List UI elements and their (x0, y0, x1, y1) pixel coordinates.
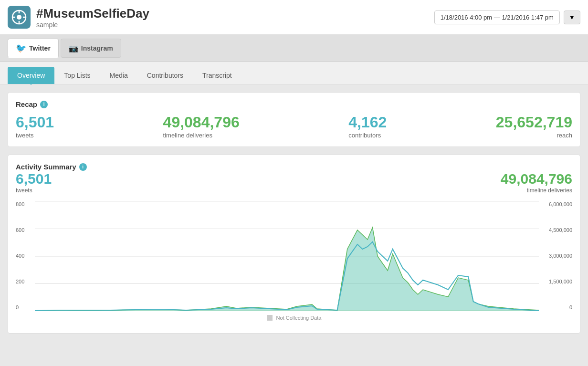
activity-stats: 6,501 tweets 49,084,796 timeline deliver… (16, 171, 572, 194)
activity-tweets-value: 6,501 (16, 171, 52, 187)
y-left-800: 800 (16, 201, 32, 207)
tab-top-lists[interactable]: Top Lists (54, 67, 100, 84)
contributors-label: contributors (348, 132, 387, 139)
activity-summary-title: Activity Summary i (16, 163, 572, 171)
page-title: #MuseumSelfieDay (36, 6, 149, 21)
deliveries-area (35, 228, 539, 311)
header-right: 1/18/2016 4:00 pm — 1/21/2016 1:47 pm ▼ (434, 10, 580, 24)
y-right-45m: 4,500,000 (541, 227, 572, 233)
legend-box (267, 315, 273, 321)
chart-svg (35, 201, 539, 311)
recap-title: Recap i (16, 100, 572, 108)
main-content: Recap i 6,501 tweets 49,084,796 timeline… (0, 84, 588, 349)
stat-reach: 25,652,719 reach (496, 114, 572, 139)
stat-tweets: 6,501 tweets (16, 114, 54, 139)
tab-twitter[interactable]: 🐦 Twitter (8, 39, 59, 58)
tweets-value: 6,501 (16, 114, 54, 131)
twitter-icon: 🐦 (16, 43, 26, 53)
platform-tabs: 🐦 Twitter 📷 Instagram (0, 35, 588, 62)
contributors-value: 4,162 (348, 114, 387, 131)
tweets-label: tweets (16, 132, 54, 139)
activity-chart: 800 600 400 200 0 6,000,000 4,500,000 3,… (16, 201, 572, 325)
y-right-15m: 1,500,000 (541, 279, 572, 284)
recap-info-icon[interactable]: i (40, 101, 48, 108)
recap-card: Recap i 6,501 tweets 49,084,796 timeline… (8, 92, 580, 147)
header-left: #MuseumSelfieDay sample (8, 6, 149, 29)
tab-contributors[interactable]: Contributors (137, 67, 193, 84)
deliveries-value: 49,084,796 (163, 114, 240, 131)
y-left-200: 200 (16, 279, 32, 284)
y-left-400: 400 (16, 253, 32, 259)
activity-deliveries: 49,084,796 timeline deliveries (501, 171, 572, 194)
tab-overview[interactable]: Overview (8, 67, 54, 84)
y-right-0: 0 (541, 304, 572, 310)
page-subtitle: sample (36, 21, 149, 29)
activity-info-icon[interactable]: i (79, 163, 87, 171)
chart-legend: Not Collecting Data (16, 315, 572, 321)
y-left-0: 0 (16, 304, 32, 310)
legend-label: Not Collecting Data (276, 315, 322, 321)
activity-tweets: 6,501 tweets (16, 171, 52, 194)
reach-label: reach (496, 132, 572, 139)
app-logo (8, 6, 31, 29)
app-header: #MuseumSelfieDay sample 1/18/2016 4:00 p… (0, 0, 588, 35)
recap-stats: 6,501 tweets 49,084,796 timeline deliver… (16, 114, 572, 139)
nav-tabs: Overview Top Lists Media Contributors Tr… (0, 62, 588, 84)
instagram-icon: 📷 (69, 44, 78, 53)
activity-deliveries-value: 49,084,796 (501, 171, 572, 187)
y-right-6m: 6,000,000 (541, 201, 572, 207)
twitter-tab-label: Twitter (29, 44, 51, 52)
y-left-600: 600 (16, 227, 32, 233)
activity-summary-card: Activity Summary i 6,501 tweets 49,084,7… (8, 155, 580, 334)
header-title: #MuseumSelfieDay sample (36, 6, 149, 29)
date-dropdown-button[interactable]: ▼ (564, 10, 580, 24)
tab-media[interactable]: Media (100, 67, 137, 84)
tab-instagram[interactable]: 📷 Instagram (61, 39, 121, 58)
stat-timeline-deliveries: 49,084,796 timeline deliveries (163, 114, 240, 139)
deliveries-label: timeline deliveries (163, 132, 240, 139)
activity-tweets-label: tweets (16, 187, 52, 194)
stat-contributors: 4,162 contributors (348, 114, 387, 139)
activity-deliveries-label: timeline deliveries (501, 187, 572, 194)
instagram-tab-label: Instagram (81, 44, 113, 52)
date-range: 1/18/2016 4:00 pm — 1/21/2016 1:47 pm (434, 10, 560, 24)
y-right-3m: 3,000,000 (541, 253, 572, 259)
tab-transcript[interactable]: Transcript (193, 67, 242, 84)
svg-point-1 (17, 15, 21, 20)
reach-value: 25,652,719 (496, 114, 572, 131)
